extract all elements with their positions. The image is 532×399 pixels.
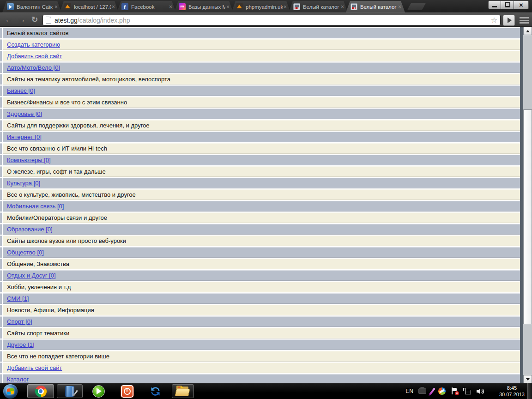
category-link[interactable]: СМИ [1] bbox=[7, 295, 29, 302]
category-description: О железе, игры, софт и так дальше bbox=[7, 168, 106, 175]
scroll-down-button[interactable] bbox=[523, 375, 532, 383]
back-button[interactable]: ← bbox=[3, 15, 15, 25]
browser-tab[interactable]: Базы данных My× bbox=[174, 1, 233, 12]
language-indicator[interactable]: EN bbox=[405, 388, 413, 394]
ua-favicon-icon bbox=[179, 3, 186, 10]
category-link[interactable]: Образование [0] bbox=[7, 226, 53, 233]
browser-tab[interactable]: Белый каталог с× bbox=[289, 1, 348, 12]
row-edge-strip bbox=[0, 316, 2, 327]
category-link[interactable]: Отдых и Досуг [0] bbox=[7, 272, 56, 279]
taskbar-media-button[interactable] bbox=[91, 384, 106, 398]
row-edge-strip bbox=[0, 247, 2, 258]
reload-button[interactable]: ↻ bbox=[29, 15, 41, 25]
start-button[interactable] bbox=[3, 384, 18, 399]
browser-tab[interactable]: Facebook× bbox=[117, 1, 176, 12]
category-link[interactable]: Спорт [0] bbox=[7, 318, 32, 325]
browser-tab[interactable]: Валентин Саїк× bbox=[2, 1, 61, 12]
browser-tab[interactable]: phpmyadmin.uk× bbox=[231, 1, 290, 12]
catalog-row: Добавить свой сайт bbox=[0, 363, 520, 373]
scroll-up-button[interactable] bbox=[523, 27, 532, 35]
row-body: Мобилки/Операторы связи и другое bbox=[3, 212, 520, 223]
hidden-icons-tray-icon[interactable] bbox=[418, 388, 426, 394]
tab-close-icon[interactable]: × bbox=[283, 4, 288, 10]
scrollbar-thumb[interactable] bbox=[523, 109, 532, 324]
category-link[interactable]: Бизнес [0] bbox=[7, 87, 35, 94]
catalog-row: Мобильная связь [0] bbox=[0, 201, 520, 212]
tab-title: Валентин Саїк bbox=[17, 4, 54, 10]
tab-close-icon[interactable]: × bbox=[340, 4, 345, 10]
updater-icon[interactable] bbox=[438, 387, 446, 395]
category-link[interactable]: Другое [1] bbox=[7, 341, 34, 348]
category-link[interactable]: Интернет [0] bbox=[7, 133, 42, 140]
catalog-row: Бизнес/Финансы и все что с этим связанно bbox=[0, 97, 520, 108]
vertical-scrollbar[interactable] bbox=[523, 27, 532, 383]
taskbar-notes-button[interactable] bbox=[57, 384, 83, 398]
row-body: Новости, Афиши, Информация bbox=[3, 305, 520, 315]
tab-close-icon[interactable]: × bbox=[168, 4, 173, 10]
tab-close-icon[interactable]: × bbox=[111, 4, 116, 10]
taskbar-power-app-button[interactable] bbox=[119, 384, 135, 398]
catalog-row: Мобилки/Операторы связи и другое bbox=[0, 212, 520, 223]
category-link[interactable]: Создать категорию bbox=[7, 41, 60, 48]
phpmyadmin-favicon-icon bbox=[236, 3, 243, 10]
catalog-row: Каталог bbox=[0, 374, 520, 383]
tab-close-icon[interactable]: × bbox=[225, 4, 230, 10]
volume-icon[interactable] bbox=[476, 388, 484, 395]
notes-book-icon bbox=[65, 386, 74, 397]
tab-close-icon[interactable]: × bbox=[397, 4, 402, 10]
taskbar-clock[interactable]: 8:45 30.07.2013 bbox=[499, 385, 525, 398]
category-link[interactable]: Здоровье [0] bbox=[7, 110, 42, 117]
reload-icon: ↻ bbox=[31, 15, 38, 24]
browser-tab[interactable]: Белый каталог с× bbox=[346, 1, 405, 12]
address-bar[interactable]: atest.gg/catalog/index.php ☆ bbox=[42, 15, 501, 25]
category-link[interactable]: Авто/Мото/Вело [0] bbox=[7, 64, 60, 71]
minimize-button[interactable] bbox=[488, 0, 501, 9]
tab-close-icon[interactable]: × bbox=[54, 4, 59, 10]
back-icon: ← bbox=[5, 15, 13, 24]
extension-button[interactable] bbox=[503, 15, 515, 26]
pen-icon[interactable] bbox=[429, 387, 435, 395]
menu-button[interactable] bbox=[520, 17, 529, 25]
row-edge-strip bbox=[0, 62, 2, 73]
row-edge-strip bbox=[0, 120, 2, 131]
forward-button[interactable]: → bbox=[16, 15, 28, 25]
taskbar-chrome-button[interactable] bbox=[27, 384, 54, 398]
browser-tab[interactable]: localhost / 127.0.× bbox=[60, 1, 119, 12]
category-link[interactable]: Добавить свой сайт bbox=[7, 364, 62, 371]
browser-toolbar: ← → ↻ atest.gg/catalog/index.php ☆ bbox=[0, 12, 532, 27]
category-description: Общение, Знакомства bbox=[7, 260, 69, 267]
category-description: Мобилки/Операторы связи и другое bbox=[7, 214, 107, 221]
facebook-favicon-icon bbox=[121, 3, 128, 10]
row-body: Белый каталог сайтов bbox=[3, 28, 520, 38]
tab-title: phpmyadmin.uk bbox=[246, 4, 283, 10]
category-link[interactable]: Культура [0] bbox=[7, 180, 40, 187]
taskbar-explorer-button[interactable] bbox=[172, 384, 194, 398]
show-desktop-button[interactable] bbox=[527, 383, 532, 399]
catalog-row: Компьютеры [0] bbox=[0, 155, 520, 165]
close-button[interactable]: × bbox=[514, 0, 529, 9]
catalog-row: Бизнес [0] bbox=[0, 85, 520, 96]
taskbar-sync-button[interactable] bbox=[147, 384, 163, 398]
page-icon bbox=[46, 17, 51, 24]
category-link[interactable]: Мобильная связь [0] bbox=[7, 203, 64, 210]
category-link[interactable]: Общество [0] bbox=[7, 249, 44, 256]
category-description: Белый каталог сайтов bbox=[7, 30, 68, 36]
restore-button[interactable] bbox=[501, 0, 514, 9]
action-center-flag-icon[interactable]: × bbox=[451, 387, 458, 395]
row-body: Образование [0] bbox=[3, 224, 520, 235]
bookmark-star-icon[interactable]: ☆ bbox=[491, 16, 497, 24]
new-tab-button[interactable] bbox=[407, 3, 426, 10]
catalog-row: Общество [0] bbox=[0, 247, 520, 258]
row-body: Спорт [0] bbox=[3, 316, 520, 327]
row-body: Культура [0] bbox=[3, 178, 520, 188]
row-body: Создать категорию bbox=[3, 39, 520, 50]
row-body: Сайты спорт тематики bbox=[3, 328, 520, 339]
row-edge-strip bbox=[0, 178, 2, 188]
category-link[interactable]: Каталог bbox=[7, 376, 29, 383]
catalog-row: Авто/Мото/Вело [0] bbox=[0, 62, 520, 73]
network-icon[interactable] bbox=[463, 388, 471, 395]
category-link[interactable]: Компьютеры [0] bbox=[7, 157, 51, 163]
tab-title: Базы данных My bbox=[188, 4, 225, 10]
category-link[interactable]: Добавить свой сайт bbox=[7, 53, 62, 60]
row-body: Общение, Знакомства bbox=[3, 259, 520, 269]
